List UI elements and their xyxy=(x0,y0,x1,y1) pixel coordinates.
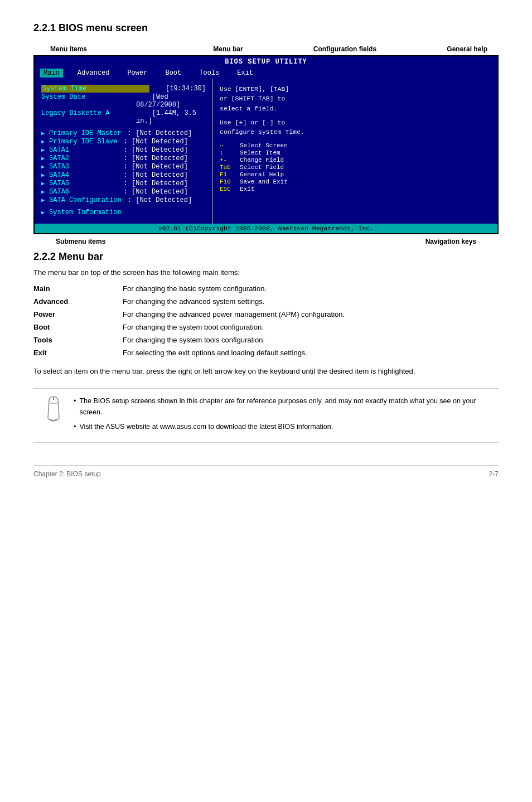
menu-val-tools: For changing the system tools configurat… xyxy=(123,336,499,344)
legacy-diskette-row: Legacy Diskette A [1.44M, 3.5 in.] xyxy=(41,109,206,125)
nav-row-item: ↕ Select Item xyxy=(220,149,491,156)
arrow-icon-3: ▶ xyxy=(41,147,45,153)
menu-key-power: Power xyxy=(33,310,123,318)
label-menu-bar: Menu bar xyxy=(213,45,243,53)
menu-val-advanced: For changing the advanced system setting… xyxy=(123,297,499,306)
sub-sys-info: ▶ System Information xyxy=(41,209,206,216)
help-line-3: select a field. xyxy=(220,104,491,113)
sata3-label: SATA3 xyxy=(49,163,69,171)
sys-info-label: System Information xyxy=(49,209,122,216)
system-time-row: System Time [19:34:30] xyxy=(41,85,206,93)
help-line-6: configure system Time. xyxy=(220,127,491,137)
menu-val-boot: For changing the system boot configurati… xyxy=(123,323,499,331)
nav-row-esc: ESC Exit xyxy=(220,186,491,192)
nav-desc-item: Select Item xyxy=(240,149,280,156)
primary-ide-slave-value: : [Not Detected] xyxy=(119,138,187,146)
sata3-value: : [Not Detected] xyxy=(71,163,188,171)
nav-key-updown: ↕ xyxy=(220,149,236,156)
menu-val-main: For changing the basic system configurat… xyxy=(123,284,499,293)
top-annotations: Menu items Menu bar Configuration fields… xyxy=(33,45,499,55)
nav-desc-esc: Exit xyxy=(240,186,254,192)
menu-key-exit: Exit xyxy=(33,349,123,357)
legacy-diskette-label: Legacy Diskette A xyxy=(41,109,136,125)
menu-power[interactable]: Power xyxy=(124,69,151,78)
nav-key-plusminus: +- xyxy=(220,157,236,163)
bios-footer: v02.61 (C)Copyright 1985-2008, American … xyxy=(35,224,497,233)
menu-row-main: Main For changing the basic system confi… xyxy=(33,284,499,293)
menu-advanced[interactable]: Advanced xyxy=(74,69,113,78)
bios-screen: BIOS SETUP UTILITY Main Advanced Power B… xyxy=(33,55,499,234)
help-text-block: Use [ENTER], [TAB] or [SHIFT-TAB] to sel… xyxy=(220,84,491,137)
bios-left-panel: System Time [19:34:30] System Date [Wed … xyxy=(35,79,213,224)
nav-desc-screen: Select Screen xyxy=(240,142,288,149)
arrow-icon-7: ▶ xyxy=(41,180,45,187)
label-navigation-keys: Navigation keys xyxy=(425,238,476,245)
menu-row-exit: Exit For selecting the exit options and … xyxy=(33,349,499,357)
arrow-icon-1: ▶ xyxy=(41,130,45,137)
sata5-label: SATA5 xyxy=(49,180,69,187)
nav-key-f1: F1 xyxy=(220,171,236,178)
menu-bar-table: Main For changing the basic system confi… xyxy=(33,284,499,357)
nav-key-f10: F10 xyxy=(220,178,236,185)
nav-key-arrows: ↔ xyxy=(220,142,236,149)
sub-sata-config: ▶ SATA Configuration : [Not Detected] xyxy=(41,196,206,204)
arrow-icon-9: ▶ xyxy=(41,197,45,204)
nav-desc-f10: Save and Exit xyxy=(240,178,288,185)
footer-chapter: Chapter 2: BIOS setup xyxy=(33,470,101,478)
sub-sata6: ▶ SATA6 : [Not Detected] xyxy=(41,188,206,196)
system-time-label: System Time xyxy=(41,85,149,93)
menu-row-boot: Boot For changing the system boot config… xyxy=(33,323,499,331)
bios-body: System Time [19:34:30] System Date [Wed … xyxy=(35,79,497,224)
section-221: 2.2.1 BIOS menu screen Menu items Menu b… xyxy=(33,22,499,245)
note-pencil-icon xyxy=(42,395,65,428)
nav-key-esc: ESC xyxy=(220,186,236,192)
sub-items-section: ▶ Primary IDE Master : [Not Detected] ▶ … xyxy=(41,129,206,204)
note-box: The BIOS setup screens shown in this cha… xyxy=(33,388,499,443)
nav-desc-tab: Select Field xyxy=(240,164,284,171)
sata2-value: : [Not Detected] xyxy=(71,154,188,162)
nav-keys-block: ↔ Select Screen ↕ Select Item +- Change … xyxy=(220,142,491,192)
page-footer: Chapter 2: BIOS setup 2-7 xyxy=(33,465,499,478)
bios-title: BIOS SETUP UTILITY xyxy=(35,56,497,67)
nav-row-f1: F1 General Help xyxy=(220,171,491,178)
primary-ide-master-label: Primary IDE Master xyxy=(49,129,122,137)
system-date-label: System Date xyxy=(41,93,136,109)
note-content: The BIOS setup screens shown in this cha… xyxy=(74,395,490,436)
primary-ide-master-value: : [Not Detected] xyxy=(124,129,192,137)
nav-row-f10: F10 Save and Exit xyxy=(220,178,491,185)
arrow-icon-6: ▶ xyxy=(41,172,45,178)
nav-desc-change: Change Field xyxy=(240,157,284,163)
nav-row-tab: Tab Select Field xyxy=(220,164,491,171)
sata6-value: : [Not Detected] xyxy=(71,188,188,196)
label-submenu-items: Submenu items xyxy=(56,238,105,245)
sub-sata4: ▶ SATA4 : [Not Detected] xyxy=(41,171,206,179)
sata-config-value: : [Not Detected] xyxy=(124,196,192,204)
arrow-icon-8: ▶ xyxy=(41,189,45,195)
system-date-value: [Wed 08/27/2008] xyxy=(136,93,206,109)
arrow-icon-10: ▶ xyxy=(41,209,45,216)
section-222: 2.2.2 Menu bar The menu bar on top of th… xyxy=(33,251,499,443)
note-item-2: Visit the ASUS website at www.asus.com t… xyxy=(74,421,490,432)
bottom-annotations: Submenu items Navigation keys xyxy=(33,238,499,245)
nav-row-change: +- Change Field xyxy=(220,157,491,163)
sub-sata3: ▶ SATA3 : [Not Detected] xyxy=(41,163,206,171)
nav-key-tab: Tab xyxy=(220,164,236,171)
menu-val-power: For changing the advanced power manageme… xyxy=(123,310,499,318)
menu-tools[interactable]: Tools xyxy=(196,69,223,78)
sata1-value: : [Not Detected] xyxy=(71,146,188,154)
menu-key-advanced: Advanced xyxy=(33,297,123,306)
menu-val-exit: For selecting the exit options and loadi… xyxy=(123,349,499,357)
menu-row-advanced: Advanced For changing the advanced syste… xyxy=(33,297,499,306)
primary-ide-slave-label: Primary IDE Slave xyxy=(49,138,117,146)
sata1-label: SATA1 xyxy=(49,146,69,154)
sata5-value: : [Not Detected] xyxy=(71,180,188,187)
note-item-1: The BIOS setup screens shown in this cha… xyxy=(74,395,490,418)
menu-main[interactable]: Main xyxy=(40,69,63,78)
label-config-fields: Configuration fields xyxy=(313,45,376,53)
menu-exit[interactable]: Exit xyxy=(234,69,257,78)
sub-primary-ide-slave: ▶ Primary IDE Slave : [Not Detected] xyxy=(41,138,206,146)
label-menu-items: Menu items xyxy=(50,45,87,53)
sata2-label: SATA2 xyxy=(49,154,69,162)
menu-boot[interactable]: Boot xyxy=(162,69,185,78)
sata6-label: SATA6 xyxy=(49,188,69,196)
